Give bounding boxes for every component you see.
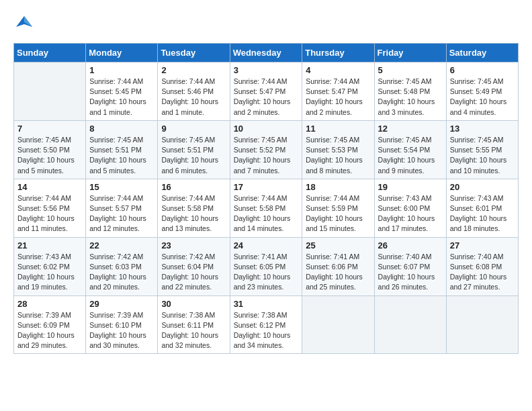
day-number: 31	[234, 299, 299, 309]
day-info: Sunrise: 7:45 AM Sunset: 5:55 PM Dayligh…	[450, 135, 515, 176]
calendar-cell: 1Sunrise: 7:44 AM Sunset: 5:45 PM Daylig…	[86, 62, 158, 121]
day-number: 16	[161, 182, 226, 192]
calendar-cell	[446, 295, 518, 354]
day-number: 23	[161, 240, 226, 250]
day-number: 8	[89, 124, 154, 134]
day-number: 4	[306, 65, 370, 75]
calendar-cell: 28Sunrise: 7:39 AM Sunset: 6:09 PM Dayli…	[14, 295, 86, 354]
day-info: Sunrise: 7:40 AM Sunset: 6:07 PM Dayligh…	[378, 252, 443, 293]
calendar-cell: 27Sunrise: 7:40 AM Sunset: 6:08 PM Dayli…	[446, 237, 518, 295]
logo-bird-icon	[15, 13, 34, 32]
calendar-cell: 16Sunrise: 7:44 AM Sunset: 5:58 PM Dayli…	[158, 179, 230, 237]
week-row-2: 7Sunrise: 7:45 AM Sunset: 5:50 PM Daylig…	[14, 120, 519, 179]
week-row-5: 28Sunrise: 7:39 AM Sunset: 6:09 PM Dayli…	[14, 295, 519, 354]
calendar-cell: 2Sunrise: 7:44 AM Sunset: 5:46 PM Daylig…	[158, 62, 230, 121]
day-number: 17	[234, 182, 299, 192]
calendar-cell: 20Sunrise: 7:43 AM Sunset: 6:01 PM Dayli…	[446, 179, 518, 237]
day-number: 30	[161, 299, 226, 309]
calendar-cell	[14, 62, 86, 121]
calendar-cell: 18Sunrise: 7:44 AM Sunset: 5:59 PM Dayli…	[302, 179, 374, 237]
day-info: Sunrise: 7:44 AM Sunset: 5:46 PM Dayligh…	[161, 77, 226, 118]
day-number: 2	[161, 65, 226, 75]
day-info: Sunrise: 7:45 AM Sunset: 5:53 PM Dayligh…	[306, 135, 370, 176]
day-number: 1	[89, 65, 154, 75]
day-info: Sunrise: 7:45 AM Sunset: 5:51 PM Dayligh…	[89, 135, 154, 176]
day-info: Sunrise: 7:44 AM Sunset: 5:47 PM Dayligh…	[234, 77, 299, 118]
day-header-wednesday: Wednesday	[230, 44, 302, 62]
day-number: 10	[234, 124, 299, 134]
calendar-cell: 3Sunrise: 7:44 AM Sunset: 5:47 PM Daylig…	[230, 62, 302, 121]
calendar-cell: 5Sunrise: 7:45 AM Sunset: 5:48 PM Daylig…	[374, 62, 446, 121]
calendar-header-row: SundayMondayTuesdayWednesdayThursdayFrid…	[14, 44, 519, 62]
day-info: Sunrise: 7:45 AM Sunset: 5:52 PM Dayligh…	[234, 135, 299, 176]
day-number: 29	[89, 299, 154, 309]
day-number: 20	[450, 182, 515, 192]
day-info: Sunrise: 7:45 AM Sunset: 5:50 PM Dayligh…	[17, 135, 82, 176]
day-header-sunday: Sunday	[14, 44, 86, 62]
day-info: Sunrise: 7:42 AM Sunset: 6:03 PM Dayligh…	[89, 252, 154, 293]
calendar-cell: 10Sunrise: 7:45 AM Sunset: 5:52 PM Dayli…	[230, 120, 302, 179]
day-info: Sunrise: 7:44 AM Sunset: 5:47 PM Dayligh…	[306, 77, 370, 118]
day-number: 13	[450, 124, 515, 134]
day-info: Sunrise: 7:45 AM Sunset: 5:49 PM Dayligh…	[450, 77, 515, 118]
day-number: 21	[17, 240, 82, 250]
day-info: Sunrise: 7:41 AM Sunset: 6:06 PM Dayligh…	[306, 252, 370, 293]
day-number: 24	[234, 240, 299, 250]
day-info: Sunrise: 7:44 AM Sunset: 5:56 PM Dayligh…	[17, 193, 82, 234]
calendar-cell: 15Sunrise: 7:44 AM Sunset: 5:57 PM Dayli…	[86, 179, 158, 237]
calendar-cell: 22Sunrise: 7:42 AM Sunset: 6:03 PM Dayli…	[86, 237, 158, 295]
calendar-cell: 6Sunrise: 7:45 AM Sunset: 5:49 PM Daylig…	[446, 62, 518, 121]
calendar-cell: 12Sunrise: 7:45 AM Sunset: 5:54 PM Dayli…	[374, 120, 446, 179]
calendar-cell	[374, 295, 446, 354]
calendar-table: SundayMondayTuesdayWednesdayThursdayFrid…	[13, 43, 519, 354]
day-header-friday: Friday	[374, 44, 446, 62]
day-number: 15	[89, 182, 154, 192]
day-header-saturday: Saturday	[446, 44, 518, 62]
calendar-cell: 24Sunrise: 7:41 AM Sunset: 6:05 PM Dayli…	[230, 237, 302, 295]
calendar-cell: 7Sunrise: 7:45 AM Sunset: 5:50 PM Daylig…	[14, 120, 86, 179]
calendar-cell: 14Sunrise: 7:44 AM Sunset: 5:56 PM Dayli…	[14, 179, 86, 237]
day-number: 28	[17, 299, 82, 309]
page-header	[13, 13, 519, 32]
day-info: Sunrise: 7:43 AM Sunset: 6:00 PM Dayligh…	[378, 193, 443, 234]
day-info: Sunrise: 7:45 AM Sunset: 5:54 PM Dayligh…	[378, 135, 443, 176]
day-number: 11	[306, 124, 370, 134]
day-number: 6	[450, 65, 515, 75]
calendar-cell: 29Sunrise: 7:39 AM Sunset: 6:10 PM Dayli…	[86, 295, 158, 354]
day-info: Sunrise: 7:41 AM Sunset: 6:05 PM Dayligh…	[234, 252, 299, 293]
day-info: Sunrise: 7:38 AM Sunset: 6:11 PM Dayligh…	[161, 310, 226, 351]
day-info: Sunrise: 7:40 AM Sunset: 6:08 PM Dayligh…	[450, 252, 515, 293]
week-row-3: 14Sunrise: 7:44 AM Sunset: 5:56 PM Dayli…	[14, 179, 519, 237]
week-row-4: 21Sunrise: 7:43 AM Sunset: 6:02 PM Dayli…	[14, 237, 519, 295]
day-info: Sunrise: 7:43 AM Sunset: 6:01 PM Dayligh…	[450, 193, 515, 234]
calendar-cell: 17Sunrise: 7:44 AM Sunset: 5:58 PM Dayli…	[230, 179, 302, 237]
calendar-cell: 31Sunrise: 7:38 AM Sunset: 6:12 PM Dayli…	[230, 295, 302, 354]
day-info: Sunrise: 7:44 AM Sunset: 5:45 PM Dayligh…	[89, 77, 154, 118]
week-row-1: 1Sunrise: 7:44 AM Sunset: 5:45 PM Daylig…	[14, 62, 519, 121]
calendar-cell: 19Sunrise: 7:43 AM Sunset: 6:00 PM Dayli…	[374, 179, 446, 237]
day-info: Sunrise: 7:44 AM Sunset: 5:58 PM Dayligh…	[161, 193, 226, 234]
day-info: Sunrise: 7:43 AM Sunset: 6:02 PM Dayligh…	[17, 252, 82, 293]
day-number: 27	[450, 240, 515, 250]
day-number: 12	[378, 124, 443, 134]
day-info: Sunrise: 7:45 AM Sunset: 5:51 PM Dayligh…	[161, 135, 226, 176]
day-header-monday: Monday	[86, 44, 158, 62]
day-info: Sunrise: 7:44 AM Sunset: 5:57 PM Dayligh…	[89, 193, 154, 234]
day-info: Sunrise: 7:44 AM Sunset: 5:58 PM Dayligh…	[234, 193, 299, 234]
calendar-cell: 8Sunrise: 7:45 AM Sunset: 5:51 PM Daylig…	[86, 120, 158, 179]
day-number: 26	[378, 240, 443, 250]
day-number: 3	[234, 65, 299, 75]
calendar-cell: 23Sunrise: 7:42 AM Sunset: 6:04 PM Dayli…	[158, 237, 230, 295]
calendar-cell: 25Sunrise: 7:41 AM Sunset: 6:06 PM Dayli…	[302, 237, 374, 295]
day-number: 9	[161, 124, 226, 134]
day-number: 7	[17, 124, 82, 134]
day-info: Sunrise: 7:45 AM Sunset: 5:48 PM Dayligh…	[378, 77, 443, 118]
day-number: 25	[306, 240, 370, 250]
day-header-thursday: Thursday	[302, 44, 374, 62]
day-info: Sunrise: 7:42 AM Sunset: 6:04 PM Dayligh…	[161, 252, 226, 293]
day-number: 5	[378, 65, 443, 75]
day-info: Sunrise: 7:39 AM Sunset: 6:10 PM Dayligh…	[89, 310, 154, 351]
calendar-cell: 26Sunrise: 7:40 AM Sunset: 6:07 PM Dayli…	[374, 237, 446, 295]
calendar-cell: 4Sunrise: 7:44 AM Sunset: 5:47 PM Daylig…	[302, 62, 374, 121]
day-info: Sunrise: 7:38 AM Sunset: 6:12 PM Dayligh…	[234, 310, 299, 351]
